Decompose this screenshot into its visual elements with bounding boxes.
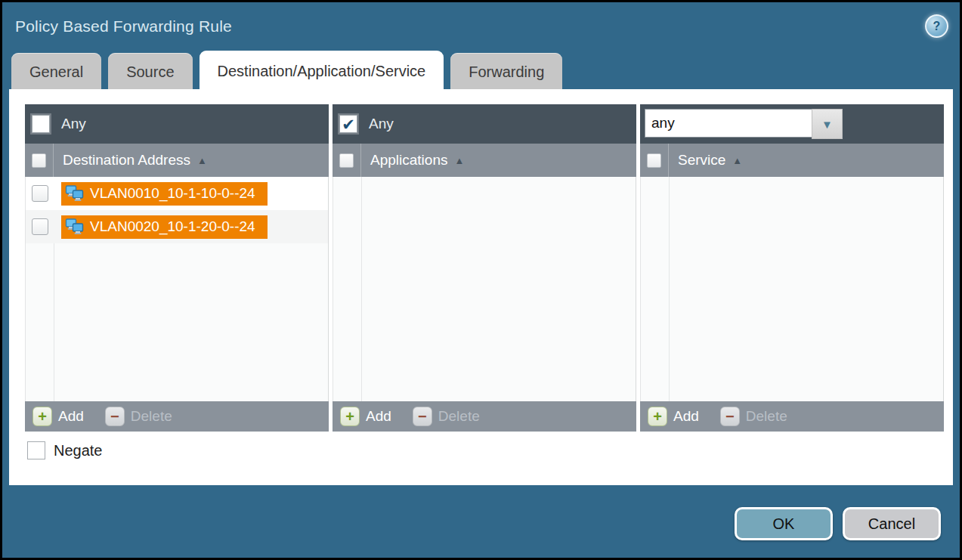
destination-select-all-checkbox[interactable] — [32, 153, 46, 168]
network-address-icon — [65, 218, 85, 236]
sort-asc-icon[interactable]: ▲ — [454, 155, 464, 166]
table-row[interactable]: VLAN0010_10-1-10-0--24 — [26, 177, 328, 210]
delete-minus-icon: − — [413, 407, 432, 426]
service-select-all-checkbox[interactable] — [647, 153, 661, 168]
destination-delete-button[interactable]: − Delete — [105, 407, 172, 426]
service-panel: any ▼ Service ▲ + Add — [640, 104, 944, 432]
tab-bar: General Source Destination/Application/S… — [11, 51, 562, 91]
tab-source[interactable]: Source — [108, 53, 192, 91]
tab-forwarding[interactable]: Forwarding — [450, 53, 562, 91]
negate-option: Negate — [27, 441, 103, 459]
destination-column-header[interactable]: Destination Address ▲ — [25, 144, 329, 177]
applications-list — [333, 177, 636, 401]
row-checkbox[interactable] — [32, 185, 48, 202]
destination-address-panel: Any Destination Address ▲ — [25, 104, 329, 432]
applications-delete-button[interactable]: − Delete — [413, 407, 480, 426]
service-toolbar: + Add − Delete — [640, 401, 944, 432]
address-object-vlan0010[interactable]: VLAN0010_10-1-10-0--24 — [61, 182, 268, 206]
add-plus-icon: + — [32, 407, 52, 426]
applications-column-header[interactable]: Applications ▲ — [333, 144, 636, 177]
add-plus-icon: + — [340, 407, 360, 426]
service-add-button[interactable]: + Add — [648, 407, 699, 426]
table-row[interactable]: VLAN0020_10-1-20-0--24 — [26, 210, 328, 243]
service-dropdown[interactable]: any ▼ — [645, 109, 843, 139]
screenshot-frame: Policy Based Forwarding Rule ? General S… — [0, 0, 962, 560]
column-separator — [668, 144, 669, 177]
destination-any-bar: Any — [25, 104, 329, 144]
service-dropdown-bar: any ▼ — [640, 104, 944, 144]
policy-based-forwarding-dialog: Policy Based Forwarding Rule ? General S… — [2, 2, 960, 558]
delete-button-label: Delete — [131, 408, 172, 425]
delete-button-label: Delete — [746, 408, 787, 425]
applications-select-all-checkbox[interactable] — [339, 153, 354, 168]
tab-destination-application-service[interactable]: Destination/Application/Service — [200, 51, 444, 91]
sort-asc-icon[interactable]: ▲ — [732, 155, 742, 166]
tab-content: Any Destination Address ▲ — [9, 89, 953, 485]
delete-minus-icon: − — [105, 407, 125, 426]
network-address-icon — [65, 184, 85, 203]
tab-general[interactable]: General — [11, 53, 101, 91]
delete-button-label: Delete — [438, 408, 480, 425]
negate-checkbox[interactable] — [27, 441, 45, 459]
delete-minus-icon: − — [720, 407, 740, 426]
panels-container: Any Destination Address ▲ — [25, 104, 944, 432]
column-separator — [53, 144, 54, 177]
ok-button[interactable]: OK — [735, 507, 833, 540]
destination-add-button[interactable]: + Add — [32, 407, 84, 426]
sort-asc-icon[interactable]: ▲ — [197, 155, 207, 166]
applications-column-title: Applications — [370, 152, 447, 169]
service-list — [640, 177, 944, 401]
destination-column-title: Destination Address — [63, 152, 190, 169]
cancel-button[interactable]: Cancel — [843, 507, 941, 540]
add-plus-icon: + — [648, 407, 667, 426]
destination-any-checkbox[interactable] — [32, 115, 50, 133]
negate-label: Negate — [54, 442, 103, 459]
add-button-label: Add — [58, 408, 84, 425]
destination-toolbar: + Add − Delete — [25, 401, 329, 432]
dialog-title: Policy Based Forwarding Rule — [15, 17, 232, 36]
applications-any-checkbox[interactable]: ✔ — [339, 115, 357, 133]
add-button-label: Add — [366, 408, 391, 425]
dialog-action-buttons: OK Cancel — [735, 507, 941, 540]
add-button-label: Add — [673, 408, 699, 425]
applications-any-label: Any — [369, 116, 394, 132]
service-column-title: Service — [678, 152, 725, 169]
chevron-down-icon[interactable]: ▼ — [812, 109, 843, 139]
applications-panel: ✔ Any Applications ▲ + Add — [333, 104, 636, 432]
applications-toolbar: + Add − Delete — [333, 401, 636, 432]
destination-address-list: VLAN0010_10-1-10-0--24 — [25, 177, 329, 401]
address-object-vlan0020[interactable]: VLAN0020_10-1-20-0--24 — [61, 215, 268, 239]
column-separator — [360, 144, 361, 177]
address-object-label: VLAN0020_10-1-20-0--24 — [90, 218, 255, 235]
applications-add-button[interactable]: + Add — [340, 407, 391, 426]
help-icon[interactable]: ? — [925, 14, 948, 38]
address-object-label: VLAN0010_10-1-10-0--24 — [90, 185, 255, 202]
row-checkbox[interactable] — [32, 218, 48, 235]
service-dropdown-value[interactable]: any — [645, 109, 812, 138]
applications-any-bar: ✔ Any — [333, 104, 636, 144]
service-column-header[interactable]: Service ▲ — [640, 144, 944, 177]
destination-any-label: Any — [61, 116, 86, 132]
service-delete-button[interactable]: − Delete — [720, 407, 787, 426]
